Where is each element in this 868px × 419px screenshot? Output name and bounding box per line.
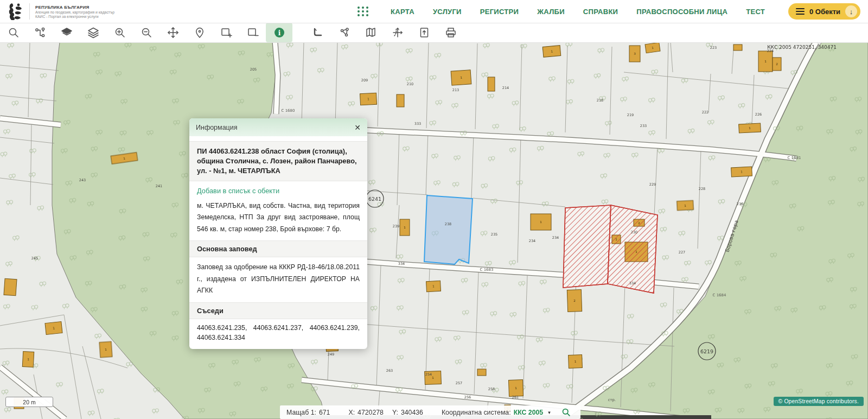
- svg-text:1: 1: [432, 284, 435, 288]
- status-search-icon[interactable]: [561, 408, 571, 417]
- logo-country: РЕПУБЛИКА БЪЛГАРИЯ: [35, 5, 114, 10]
- svg-text:1: 1: [551, 49, 553, 53]
- main-nav: КАРТА УСЛУГИ РЕГИСТРИ ЖАЛБИ СПРАВКИ ПРАВ…: [358, 0, 765, 23]
- map-label: 210: [407, 82, 413, 86]
- map-label: 236: [737, 202, 743, 206]
- map-label: 256: [464, 395, 471, 399]
- nav-pravosposobni-lica[interactable]: ПРАВОСПОСОБНИ ЛИЦА: [636, 8, 727, 16]
- apps-grid-icon[interactable]: [358, 7, 369, 16]
- map-label: 226: [755, 112, 762, 117]
- measure-polygon-tool-button[interactable]: [331, 23, 358, 42]
- cadastral-map[interactable]: 1113112111211111111112111221 62416219 КК…: [0, 42, 868, 419]
- remove-extent-tool-button[interactable]: [239, 23, 266, 42]
- measure-angle-tool-button[interactable]: [304, 23, 331, 42]
- map-label: 234: [529, 239, 535, 243]
- map-label: 241: [156, 184, 162, 188]
- y-value: 340436: [401, 409, 423, 416]
- close-icon[interactable]: ✕: [354, 124, 361, 131]
- svg-text:1: 1: [367, 97, 369, 100]
- svg-text:1: 1: [749, 126, 751, 130]
- svg-text:1: 1: [27, 358, 29, 361]
- objects-count-label: 0 Обекти: [809, 8, 840, 16]
- map-label: 235: [491, 232, 497, 237]
- nav-registri[interactable]: РЕГИСТРИ: [480, 8, 519, 16]
- svg-text:1: 1: [404, 226, 406, 229]
- map-label: 205: [250, 67, 257, 72]
- map-label: С 1684: [713, 293, 726, 297]
- svg-text:3: 3: [634, 52, 636, 55]
- snap-intersection-tool-button[interactable]: [384, 23, 411, 42]
- nav-test[interactable]: ТЕСТ: [746, 8, 765, 16]
- building: [733, 45, 742, 50]
- map-label: 222: [702, 110, 709, 115]
- download-arrow-icon[interactable]: ↓: [845, 5, 857, 17]
- map-label: стр.: [608, 398, 616, 402]
- building: [397, 94, 404, 107]
- svg-text:1: 1: [432, 376, 434, 379]
- restricted-hatch-overlay: [563, 205, 658, 293]
- svg-text:1: 1: [460, 76, 462, 79]
- selected-parcel-238[interactable]: [424, 195, 473, 264]
- map-label: 229: [649, 182, 656, 187]
- add-extent-tool-button[interactable]: [213, 23, 239, 42]
- order-text: Заповед за одобрение на КККР РД-18-46/18…: [189, 257, 367, 302]
- crs-selected-value[interactable]: ККС 2005: [514, 409, 544, 416]
- svg-text:1: 1: [764, 60, 767, 63]
- osm-attribution[interactable]: © OpenStreetMap contributors.: [774, 397, 864, 406]
- popup-title: Информация: [196, 124, 238, 131]
- svg-text:1: 1: [540, 220, 542, 224]
- map-label: 243: [79, 178, 86, 182]
- status-bar: Мащаб 1: 671 X: 4720278 Y: 340436 Коорди…: [280, 405, 580, 419]
- map-label: 334: [398, 262, 405, 266]
- scale-label: Мащаб 1:: [286, 409, 316, 416]
- location-pin-tool-button[interactable]: [186, 23, 213, 42]
- layers-stack-tool-button[interactable]: [80, 23, 106, 42]
- logo-divider: [29, 3, 30, 20]
- map-label: 228: [699, 187, 705, 191]
- layers-filled-tool-button[interactable]: [53, 23, 80, 42]
- coat-of-arms-icon: [8, 2, 24, 21]
- svg-text:1: 1: [53, 326, 55, 329]
- pan-tool-button[interactable]: [159, 23, 186, 42]
- map-label: 245: [31, 256, 38, 261]
- nav-karta[interactable]: КАРТА: [391, 8, 414, 16]
- svg-text:6219: 6219: [700, 348, 713, 354]
- zoom-in-tool-button[interactable]: [106, 23, 133, 42]
- search-tool-button[interactable]: [0, 23, 27, 42]
- add-to-objects-link[interactable]: Добави в списък с обекти: [189, 181, 367, 196]
- chevron-down-icon[interactable]: ▾: [548, 410, 551, 415]
- nav-zhalbi[interactable]: ЖАЛБИ: [537, 8, 565, 16]
- svg-text:2: 2: [776, 62, 778, 66]
- svg-text:i: i: [278, 29, 280, 37]
- map-label: 209: [361, 78, 368, 82]
- map-label: 261: [512, 395, 519, 399]
- network-select-tool-button[interactable]: [27, 23, 53, 42]
- scale-bar: 20 m: [5, 397, 53, 407]
- map-label: 227: [679, 250, 685, 255]
- map-sheet-tool-button[interactable]: [358, 23, 384, 42]
- export-page-tool-button[interactable]: [411, 23, 437, 42]
- map-label: 258: [488, 387, 495, 391]
- map-label: 214: [502, 86, 509, 90]
- svg-text:1: 1: [515, 386, 517, 390]
- neighbors-list: 44063.6241.235,44063.6241.237,44063.6241…: [189, 319, 367, 349]
- svg-text:1: 1: [741, 170, 743, 173]
- objects-list-button[interactable]: 0 Обекти ↓: [788, 3, 860, 20]
- scale-value: 671: [319, 409, 330, 416]
- map-label: С 1683: [480, 268, 494, 272]
- neighbor-id: 44063.6241.237,: [253, 324, 303, 332]
- map-label: 218: [597, 98, 603, 103]
- info-tool-button[interactable]: i: [266, 23, 292, 42]
- nav-spravki[interactable]: СПРАВКИ: [583, 8, 618, 16]
- map-label: 234: [552, 236, 559, 240]
- zoom-out-tool-button[interactable]: [133, 23, 159, 42]
- map-label: 257: [456, 381, 462, 385]
- agency-logo: РЕПУБЛИКА БЪЛГАРИЯ Агенция по геодезия, …: [8, 2, 114, 21]
- info-popup: Информация ✕ ПИ 44063.6241.238 област Со…: [189, 118, 367, 349]
- print-tool-button[interactable]: [437, 23, 464, 42]
- map-label: 219: [627, 113, 634, 117]
- map-label: С 1680: [282, 109, 295, 113]
- popup-header: Информация ✕: [189, 118, 367, 136]
- nav-uslugi[interactable]: УСЛУГИ: [433, 8, 462, 16]
- map-label: 223: [710, 46, 717, 50]
